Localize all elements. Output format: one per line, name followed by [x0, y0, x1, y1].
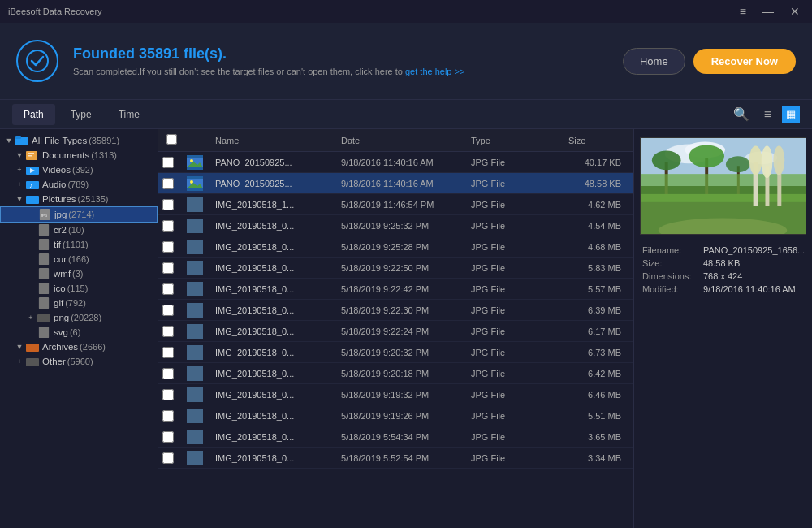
sidebar-item-gif[interactable]: gif (792): [0, 296, 158, 310]
sidebar-item-cur[interactable]: cur (166): [0, 252, 158, 266]
file-svg-icon: [37, 327, 50, 338]
file-type: JPG File: [467, 179, 564, 188]
file-date: 5/18/2019 9:20:32 PM: [337, 348, 467, 357]
sidebar-item-tif[interactable]: tif (1101): [0, 237, 158, 252]
table-row[interactable]: IMG_20190518_0... 5/18/2019 9:20:18 PM J…: [158, 363, 633, 384]
sidebar-item-all[interactable]: ▼ All File Types (35891): [0, 133, 158, 148]
checkmark-icon: [26, 50, 49, 72]
svg-rect-21: [26, 344, 39, 352]
row-checkbox[interactable]: [162, 452, 174, 464]
list-view-button[interactable]: ≡: [760, 105, 775, 124]
row-checkbox[interactable]: [162, 283, 174, 295]
sidebar-item-documents[interactable]: ▼ Documents (1313): [0, 148, 158, 162]
file-size: 4.68 MB: [564, 242, 629, 252]
svg-rect-35: [187, 324, 203, 339]
folder-all-icon: [15, 135, 28, 146]
file-thumbnail: [187, 261, 203, 275]
svg-rect-18: [39, 297, 49, 309]
file-name: IMG_20190518_0...: [211, 369, 337, 379]
expand-tif-icon: [26, 240, 36, 249]
sidebar-count-pictures: (25135): [78, 194, 109, 204]
svg-point-57: [762, 145, 773, 178]
sidebar-count-videos: (392): [72, 165, 93, 175]
row-checkbox[interactable]: [162, 368, 174, 379]
sidebar-item-jpg[interactable]: JPG jpg (2714): [0, 206, 158, 223]
row-checkbox[interactable]: [162, 326, 174, 337]
select-all-checkbox[interactable]: [166, 134, 177, 145]
sidebar-item-other[interactable]: + Other (5960): [0, 354, 158, 369]
table-row[interactable]: IMG_20190518_0... 5/18/2019 9:22:50 PM J…: [158, 258, 633, 279]
file-date: 5/18/2019 5:52:54 PM: [337, 453, 467, 463]
row-checkbox[interactable]: [162, 389, 174, 400]
menu-button[interactable]: ≡: [736, 3, 750, 19]
table-row[interactable]: IMG_20190518_0... 5/18/2019 9:22:30 PM J…: [158, 300, 633, 321]
file-thumbnail: [187, 303, 203, 318]
tab-time[interactable]: Time: [107, 104, 151, 125]
file-type: JPG File: [467, 221, 564, 231]
sidebar-item-png[interactable]: + png (20228): [0, 310, 158, 325]
sidebar-item-audio[interactable]: + ♪ Audio (789): [0, 177, 158, 192]
expand-gif-icon: [26, 298, 36, 308]
expand-archives-icon: ▼: [15, 342, 24, 352]
row-checkbox[interactable]: [162, 157, 174, 168]
svg-text:JPG: JPG: [41, 214, 48, 218]
grid-view-button[interactable]: ▦: [782, 106, 800, 123]
row-checkbox[interactable]: [162, 241, 174, 253]
row-checkbox[interactable]: [162, 431, 174, 443]
svg-rect-32: [187, 261, 203, 275]
file-date: 5/18/2019 9:22:42 PM: [337, 284, 467, 294]
table-row[interactable]: PANO_20150925... 9/18/2016 11:40:16 AM J…: [158, 173, 633, 194]
file-thumbnail: [187, 409, 203, 423]
row-checkbox[interactable]: [162, 305, 174, 316]
table-row[interactable]: IMG_20190518_0... 5/18/2019 5:54:34 PM J…: [158, 426, 633, 448]
svg-rect-15: [39, 253, 49, 265]
svg-rect-38: [187, 387, 203, 402]
home-button[interactable]: Home: [623, 48, 685, 75]
minimize-button[interactable]: —: [758, 3, 778, 19]
table-row[interactable]: PANO_20150925... 9/18/2016 11:40:16 AM J…: [158, 152, 633, 173]
toolbar-right: 🔍 ≡ ▦: [729, 104, 800, 124]
sidebar-item-archives[interactable]: ▼ Archives (2666): [0, 340, 158, 354]
svg-rect-16: [39, 268, 49, 279]
file-size: 5.57 MB: [564, 284, 629, 294]
table-row[interactable]: IMG_20190518_0... 5/18/2019 9:25:28 PM J…: [158, 236, 633, 258]
close-button[interactable]: ✕: [786, 3, 804, 19]
recover-now-button[interactable]: Recover Now: [693, 49, 796, 74]
file-type: JPG File: [467, 390, 564, 400]
row-checkbox[interactable]: [162, 178, 174, 189]
table-row[interactable]: IMG_20190518_0... 5/18/2019 9:22:42 PM J…: [158, 279, 633, 300]
sidebar-item-svg[interactable]: svg (6): [0, 325, 158, 340]
row-checkbox[interactable]: [162, 199, 174, 210]
row-checkbox[interactable]: [162, 262, 174, 274]
table-row[interactable]: IMG_20190518_1... 5/18/2019 11:46:54 PM …: [158, 194, 633, 215]
table-row[interactable]: IMG_20190518_0... 5/18/2019 9:19:26 PM J…: [158, 405, 633, 426]
sidebar-item-videos[interactable]: + Videos (392): [0, 162, 158, 177]
sidebar-count-audio: (789): [67, 180, 89, 189]
sidebar-item-pictures[interactable]: ▼ Pictures (25135): [0, 192, 158, 206]
file-name: IMG_20190518_0...: [211, 263, 337, 273]
sidebar-label-audio: Audio: [42, 180, 66, 189]
search-button[interactable]: 🔍: [729, 104, 754, 124]
table-row[interactable]: IMG_20190518_0... 5/18/2019 9:20:32 PM J…: [158, 342, 633, 363]
found-count: Founded 35891 file(s).: [73, 45, 623, 63]
row-checkbox[interactable]: [162, 347, 174, 358]
row-checkbox[interactable]: [162, 410, 174, 422]
file-date: 9/18/2016 11:40:16 AM: [337, 158, 467, 167]
tab-type[interactable]: Type: [59, 104, 103, 125]
file-thumbnail: [187, 197, 203, 212]
sidebar-item-ico[interactable]: ico (115): [0, 281, 158, 296]
sidebar-item-cr2[interactable]: cr2 (10): [0, 223, 158, 237]
tab-path[interactable]: Path: [12, 104, 55, 125]
folder-archives-icon: [26, 341, 39, 353]
info-filename-row: Filename: PANO_20150925_1656...: [642, 245, 804, 255]
col-check: [162, 134, 187, 146]
sidebar-count-cur: (166): [68, 254, 89, 264]
svg-point-59: [773, 145, 784, 175]
help-link[interactable]: get the help >>: [405, 67, 464, 76]
sidebar-item-wmf[interactable]: wmf (3): [0, 266, 158, 281]
table-row[interactable]: IMG_20190518_0... 5/18/2019 5:52:54 PM J…: [158, 448, 633, 469]
table-row[interactable]: IMG_20190518_0... 5/18/2019 9:22:24 PM J…: [158, 321, 633, 342]
table-row[interactable]: IMG_20190518_0... 5/18/2019 9:19:32 PM J…: [158, 384, 633, 405]
table-row[interactable]: IMG_20190518_0... 5/18/2019 9:25:32 PM J…: [158, 215, 633, 236]
row-checkbox[interactable]: [162, 220, 174, 232]
